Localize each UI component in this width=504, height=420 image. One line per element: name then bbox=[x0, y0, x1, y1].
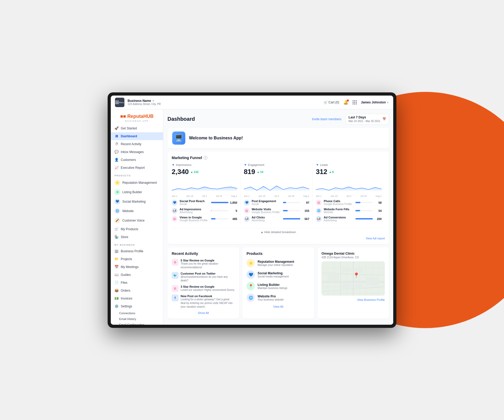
sidebar-item-get-started[interactable]: 🚀 Get Started bbox=[111, 124, 163, 132]
apps-grid-icon[interactable] bbox=[353, 100, 357, 104]
breakdown-info: Website Form Fills Website bbox=[324, 208, 353, 214]
topbar-left: Menu Business Name ▼ 123 Address Street,… bbox=[115, 98, 161, 107]
welcome-icon: 🖥️ bbox=[172, 132, 185, 145]
view-all-button[interactable]: View All bbox=[246, 305, 310, 308]
sidebar-item-executive-report[interactable]: 📈 Executive Report bbox=[111, 164, 163, 172]
website-pro-icon: 🌐 bbox=[246, 293, 255, 302]
impressions-funnel-icon: ▼ bbox=[172, 163, 175, 167]
svg-rect-17 bbox=[366, 277, 379, 285]
sidebar-item-orders[interactable]: 📦 Orders bbox=[111, 287, 163, 295]
sidebar-item-listing[interactable]: ⊕ Listing Builder bbox=[111, 187, 163, 197]
sidebar-item-store[interactable]: 🏪 Store bbox=[111, 233, 163, 241]
svg-rect-16 bbox=[328, 274, 339, 280]
sidebar-item-settings[interactable]: ⚙️ Settings bbox=[111, 302, 163, 310]
date-range-button[interactable]: Last 7 Days Mar 24 2021 - Mar 30 2021 📅 bbox=[346, 114, 389, 125]
product-item[interactable]: 📍 Listing Builder Maintain business list… bbox=[246, 282, 310, 290]
view-business-profile-link[interactable]: View Business Profile bbox=[322, 298, 385, 301]
breakdown-bar: 97 bbox=[283, 201, 309, 204]
breakdown-bar: 58 bbox=[355, 201, 382, 204]
user-name[interactable]: James Johnston ▼ bbox=[361, 101, 389, 104]
business-profile-icon: 🏢 bbox=[114, 249, 119, 253]
breakdown-info: Ad Conversions Advertising bbox=[324, 216, 353, 222]
activity-info: 5 Star Review on Google Thank you for th… bbox=[181, 259, 235, 269]
funnel-info-icon[interactable]: i bbox=[204, 156, 207, 160]
sidebar: ■■ ReputaHUB BUSINESS APP 🚀 Get Started … bbox=[111, 109, 163, 325]
activity-item: G 5 Star Review on Google Thank you for … bbox=[172, 259, 235, 269]
sidebar-label-my-products: My Products bbox=[121, 227, 138, 231]
sidebar-label-my-meetings: My Meetings bbox=[121, 265, 139, 269]
listing-builder-icon: 📍 bbox=[246, 282, 255, 290]
funnel-card: Marketing Funnel i ▼ Impressions 2,340 bbox=[167, 151, 389, 244]
business-chevron-icon: ▼ bbox=[152, 99, 154, 102]
menu-icon[interactable]: Menu bbox=[115, 98, 124, 107]
svg-rect-2 bbox=[115, 103, 119, 104]
my-products-icon: 🛒 bbox=[114, 227, 119, 231]
sidebar-item-reputation[interactable]: ⭐ Reputation Management bbox=[111, 178, 163, 187]
sidebar-item-inbox-messages[interactable]: 💬 Inbox Messages bbox=[111, 148, 163, 156]
sidebar-item-website[interactable]: 🌐 Website bbox=[111, 206, 163, 216]
date-range-text: Last 7 Days Mar 24 2021 - Mar 30 2021 bbox=[349, 116, 380, 123]
business-address: 123 Address Street, City, PR bbox=[128, 103, 161, 106]
sidebar-item-my-products[interactable]: 🛒 My Products bbox=[111, 225, 163, 233]
files-icon: 📄 bbox=[114, 281, 119, 285]
notifications-button[interactable]: 🔔 bbox=[343, 100, 348, 105]
impressions-value: 2,340 ▲ 132 bbox=[172, 168, 237, 176]
sidebar-label-customer-voice: Customer Voice bbox=[122, 219, 145, 222]
cart-button[interactable]: 🛒 Cart (0) bbox=[324, 101, 339, 104]
activity-item: 🐦 Customer Post on Twitter @sunnyadventu… bbox=[172, 272, 235, 282]
sidebar-item-invoices[interactable]: 💵 Invoices bbox=[111, 295, 163, 302]
sidebar-label-store: Store bbox=[121, 235, 128, 239]
social-post-icon: 💙 bbox=[172, 200, 177, 206]
sidebar-subitem-connections[interactable]: Connections bbox=[111, 310, 163, 316]
sidebar-item-projects[interactable]: 📁 Projects bbox=[111, 255, 163, 263]
invoices-icon: 💵 bbox=[114, 296, 119, 301]
breakdown-row: 📢 Ad Conversions Advertising 200 bbox=[316, 216, 382, 222]
sidebar-subitem-email-config[interactable]: Email Configuration bbox=[111, 322, 163, 325]
hide-breakdown-button[interactable]: ▲ Hide detailed breakdown bbox=[172, 228, 385, 235]
twitter-post-icon: 🐦 bbox=[172, 272, 178, 279]
calendar-icon: 📅 bbox=[382, 117, 386, 121]
product-item[interactable]: 🌐 Website Pro Your business website bbox=[246, 293, 310, 302]
invite-link[interactable]: Invite team members bbox=[312, 117, 342, 121]
sidebar-item-social[interactable]: 💙 Social Marketing bbox=[111, 197, 163, 206]
sidebar-item-my-meetings[interactable]: 📅 My Meetings bbox=[111, 263, 163, 271]
ad-clicks-icon: 📢 bbox=[244, 216, 250, 222]
sidebar-item-customer-voice[interactable]: 🎤 Customer Voice bbox=[111, 216, 163, 225]
breakdown-info: Ad Clicks Advertising bbox=[252, 216, 281, 222]
products-card: Products ⭐ Reputation Management Manage … bbox=[242, 247, 314, 319]
logo-full: ReputaHUB bbox=[127, 114, 154, 119]
impressions-label: ▼ Impressions bbox=[172, 163, 237, 167]
date-range-sub: Mar 24 2021 - Mar 30 2021 bbox=[349, 119, 380, 123]
breakdown-row: 🌐 Website Form Fills Website 54 bbox=[316, 208, 382, 214]
engagement-breakdown: 💙 Post Engagement Social 97 bbox=[244, 200, 309, 222]
breakdown-row: G Phone Calls Google Business Profile 58 bbox=[316, 200, 382, 206]
sidebar-item-business-profile[interactable]: 🏢 Business Profile bbox=[111, 247, 163, 255]
logo-sub: BUSINESS APP bbox=[114, 120, 160, 122]
view-full-report-link[interactable]: View full report bbox=[172, 237, 385, 240]
sidebar-label-get-started: Get Started bbox=[121, 127, 137, 130]
welcome-text: Welcome to Business App! bbox=[189, 136, 243, 140]
notification-dot bbox=[347, 99, 349, 102]
product-item[interactable]: ⭐ Reputation Management Manage your onli… bbox=[246, 259, 310, 267]
user-chevron-icon: ▼ bbox=[387, 101, 389, 104]
breakdown-row: G Views in Google Google Business Profil… bbox=[172, 216, 237, 222]
svg-rect-15 bbox=[355, 284, 363, 290]
product-item[interactable]: 💙 Social Marketing Social media manageme… bbox=[246, 270, 310, 279]
sidebar-item-guides[interactable]: 📖 Guides bbox=[111, 271, 163, 279]
breakdown-row: G Website Visits Google Business Profile… bbox=[244, 208, 309, 214]
leads-value: 312 ▲ 6 bbox=[316, 168, 382, 176]
sidebar-item-dashboard[interactable]: ⊞ Dashboard bbox=[111, 132, 163, 140]
sidebar-item-customers[interactable]: 👤 Customers bbox=[111, 156, 163, 164]
sidebar-label-dashboard: Dashboard bbox=[121, 134, 137, 138]
map-business-name: Omega Dental Clinic bbox=[322, 251, 385, 255]
sidebar-label-reputation: Reputation Management bbox=[122, 181, 157, 185]
sidebar-label-listing: Listing Builder bbox=[122, 190, 142, 194]
sidebar-item-recent-activity[interactable]: ⏱ Recent Activity bbox=[111, 140, 163, 148]
sidebar-item-files[interactable]: 📄 Files bbox=[111, 279, 163, 287]
engagement-funnel-icon: ▼ bbox=[244, 163, 247, 167]
show-all-button[interactable]: Show All bbox=[172, 311, 235, 314]
projects-icon: 📁 bbox=[114, 257, 119, 261]
business-info[interactable]: Business Name ▼ 123 Address Street, City… bbox=[128, 99, 161, 106]
sidebar-subitem-email-history[interactable]: Email History bbox=[111, 316, 163, 322]
get-started-icon: 🚀 bbox=[114, 126, 119, 130]
